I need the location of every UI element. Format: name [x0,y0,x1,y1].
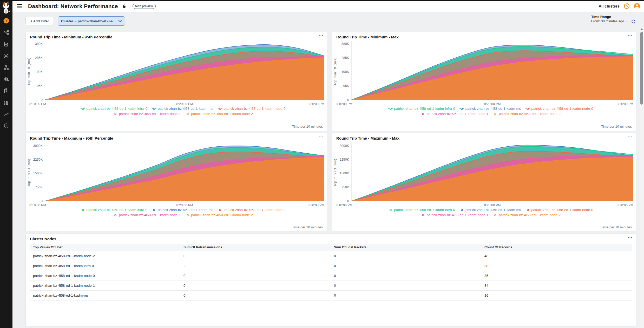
legend-item[interactable]: patrick-zhan-bz-4l58-ed-1-kadm-node-1 [420,213,489,217]
panel-rtt-min-max: Round Trip Time - Minimum - Max ... 095K… [332,32,636,131]
area-chart-svg[interactable]: 095K190K285K380K8:10:00 PM8:20:00 PM8:30… [26,41,327,106]
legend-item[interactable]: patrick-zhan-bz-4l58-ed-1-kadm-node-2 [493,112,561,116]
scroll-up-arrow-icon[interactable] [640,28,643,30]
panel-options-icon[interactable]: ... [319,33,324,37]
panel-options-icon[interactable]: ... [319,134,324,138]
network-tree-icon[interactable] [3,64,9,71]
cluster-filter-chip[interactable]: Cluster = patrick-zhan-bz-4l58-e... [58,16,125,26]
legend-item[interactable]: patrick-zhan-bz-4l58-ed-1-kadm-node-1 [420,112,489,116]
legend-item[interactable]: patrick-zhan-bz-4l58-ed-1-kadm-node-0 [525,107,593,111]
chart-footer: Time per 10 minutes [601,225,632,229]
legend-marker-icon [420,113,426,115]
chart-footer: Time per 10 minutes [601,125,632,128]
table-row: patrick-zhan-bz-4l58-ed-1-kadm-ms0016 [30,291,632,300]
legend-marker-icon [459,209,464,211]
refresh-icon[interactable] [630,19,636,24]
legend-item[interactable]: patrick-zhan-bz-4l58-ed-1-kadm-infra-0 [388,107,455,111]
legend-item[interactable]: patrick-zhan-bz-4l58-ed-1-kadm-infra-0 [80,208,147,212]
legend-item[interactable]: patrick-zhan-bz-4l58-ed-1-kadm-node-2 [493,213,561,217]
sidebar [0,0,12,328]
legend-label: patrick-zhan-bz-4l58-ed-1-kadm-node-1 [427,213,489,217]
svg-text:8:30:00 PM: 8:30:00 PM [308,102,324,106]
area-chart[interactable]: 095K190K285K380K8:10:00 PM8:20:00 PM8:30… [26,41,327,106]
svg-text:8:20:00 PM: 8:20:00 PM [176,102,193,106]
legend-label: patrick-zhan-bz-4l58-ed-1-kadm-infra-0 [87,208,147,212]
all-clusters-selector[interactable]: All clusters [599,4,620,8]
vertical-scrollbar[interactable] [640,27,644,328]
table-cell: 0 [180,291,331,300]
table-cell: 0 [180,271,331,281]
legend-label: patrick-zhan-bz-4l58-ed-1-kadm-node-0 [531,107,593,111]
legend-item[interactable]: patrick-zhan-bz-4l58-ed-1-kadm-ms [152,107,213,111]
svg-text:1500K: 1500K [340,172,349,175]
scrollbar-thumb[interactable] [640,32,643,105]
endpoints-molecule-icon[interactable] [3,53,9,59]
svg-text:8:30:00 PM: 8:30:00 PM [617,203,633,207]
activity-bar-chart-icon[interactable] [3,99,9,106]
legend-marker-icon [185,214,190,216]
dashboard-content: Round Trip Time - Minimum - 95th Percent… [12,29,644,328]
legend-marker-icon [525,209,530,211]
panel-options-icon[interactable]: ... [628,235,633,238]
panel-options-icon[interactable]: ... [628,134,633,138]
dashboard-gauge-icon[interactable] [3,18,9,24]
svg-text:0: 0 [347,98,349,102]
legend-marker-icon [218,107,223,110]
svg-text:8:20:00 PM: 8:20:00 PM [484,102,501,106]
svg-text:tcp min rtt (ms): tcp min rtt (ms) [27,159,31,186]
table-row: patrick-zhan-bz-4l58-ed-1-kadm-node-1003… [30,281,632,291]
legend-marker-icon [80,107,86,110]
tech-preview-badge: tech preview [133,4,156,9]
compliance-clipboard-icon[interactable] [3,88,9,94]
panel-options-icon[interactable]: ... [628,33,633,37]
table-cell: patrick-zhan-bz-4l58-ed-1-kadm-infra-0 [30,261,180,271]
legend-item[interactable]: patrick-zhan-bz-4l58-ed-1-kadm-node-1 [113,213,181,217]
legend-label: patrick-zhan-bz-4l58-ed-1-kadm-node-0 [224,208,286,212]
user-avatar-icon[interactable] [634,3,640,10]
shield-check-icon[interactable] [3,123,9,129]
svg-text:8:10:00 PM: 8:10:00 PM [336,102,352,106]
area-chart-svg[interactable]: 0750K1500K2250K3000K8:10:00 PM8:20:00 PM… [332,142,636,207]
calico-cat-logo[interactable] [0,0,12,15]
table-column-header: Sum Of Lost Packets [331,244,481,251]
add-filter-button[interactable]: + Add Filter [25,17,54,25]
legend-item[interactable]: patrick-zhan-bz-4l58-ed-1-kadm-infra-0 [80,107,147,111]
legend-marker-icon [185,113,190,115]
svg-text:8:20:00 PM: 8:20:00 PM [484,203,501,207]
legend-marker-icon [113,214,118,216]
legend-label: patrick-zhan-bz-4l58-ed-1-kadm-ms [158,107,213,111]
table-column-header: Top Values Of Host [30,244,180,251]
table-column-header: Sum Of Retransmissions [180,244,331,251]
legend-item[interactable]: patrick-zhan-bz-4l58-ed-1-kadm-node-0 [218,107,286,111]
legend-item[interactable]: patrick-zhan-bz-4l58-ed-1-kadm-ms [152,208,213,212]
filter-key: Cluster [61,19,73,23]
legend-marker-icon [218,209,223,211]
area-chart-svg[interactable]: 095K190K285K380K8:10:00 PM8:20:00 PM8:30… [332,41,636,106]
time-range-value[interactable]: From: 30 minutes ago ⌄ [591,19,627,23]
policies-document-edit-icon[interactable] [3,41,9,47]
legend-item[interactable]: patrick-zhan-bz-4l58-ed-1-kadm-node-0 [218,208,286,212]
legend-item[interactable]: patrick-zhan-bz-4l58-ed-1-kadm-node-0 [525,208,593,212]
history-icon[interactable] [623,3,630,10]
legend-label: patrick-zhan-bz-4l58-ed-1-kadm-ms [465,208,521,212]
legend-marker-icon [152,209,157,211]
legend-label: patrick-zhan-bz-4l58-ed-1-kadm-node-2 [191,213,253,217]
area-chart[interactable]: 0750K1500K2250K3000K8:10:00 PM8:20:00 PM… [26,142,327,207]
legend-item[interactable]: patrick-zhan-bz-4l58-ed-1-kadm-ms [459,208,521,212]
legend-item[interactable]: patrick-zhan-bz-4l58-ed-1-kadm-infra-0 [388,208,455,212]
area-chart-svg[interactable]: 0750K1500K2250K3000K8:10:00 PM8:20:00 PM… [26,142,327,207]
svg-text:tcp min rtt (ms): tcp min rtt (ms) [333,159,337,186]
area-chart[interactable]: 0750K1500K2250K3000K8:10:00 PM8:20:00 PM… [332,142,636,207]
main-area: Dashboard: Network Performance tech prev… [12,0,644,328]
service-graph-icon[interactable] [3,29,9,36]
legend-item[interactable]: patrick-zhan-bz-4l58-ed-1-kadm-node-1 [113,112,181,116]
legend-item[interactable]: patrick-zhan-bz-4l58-ed-1-kadm-node-2 [185,112,253,116]
legend-label: patrick-zhan-bz-4l58-ed-1-kadm-node-2 [191,112,253,116]
trend-arrow-icon[interactable] [3,111,9,117]
cluster-circles-icon[interactable] [3,76,9,82]
hamburger-menu-icon[interactable] [17,4,22,9]
table-cell: 0 [331,271,481,281]
area-chart[interactable]: 095K190K285K380K8:10:00 PM8:20:00 PM8:30… [332,41,636,106]
legend-item[interactable]: patrick-zhan-bz-4l58-ed-1-kadm-ms [459,107,521,111]
legend-item[interactable]: patrick-zhan-bz-4l58-ed-1-kadm-node-2 [185,213,253,217]
